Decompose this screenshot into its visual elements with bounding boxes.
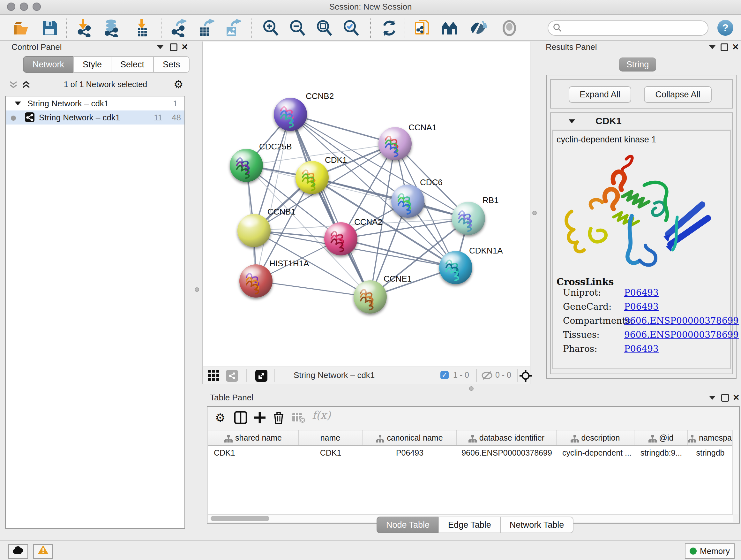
show-columns-icon[interactable]	[234, 411, 247, 424]
crosslink-link[interactable]: P06493	[624, 301, 659, 312]
column-header[interactable]: database identifier	[457, 430, 556, 445]
collapse-all-button[interactable]: Collapse All	[644, 86, 712, 103]
save-session-icon[interactable]	[41, 19, 59, 37]
network-graph[interactable]: CCNB2CCNA1CDC25BCDK1CDC6RB1CCNB1CCNA2CDK…	[203, 42, 531, 367]
export-network-icon[interactable]	[170, 19, 188, 37]
control-panel-tabs: Network Style Select Sets	[23, 56, 190, 71]
network-canvas[interactable]: CCNB2CCNA1CDC25BCDK1CDC6RB1CCNB1CCNA2CDK…	[202, 42, 530, 367]
column-header[interactable]: @id	[634, 430, 688, 445]
main-toolbar: ?	[0, 15, 741, 41]
crosslink-link[interactable]: P06493	[624, 344, 659, 354]
collapse-panel-icon[interactable]	[709, 396, 716, 400]
tab-network-table[interactable]: Network Table	[500, 516, 574, 533]
collapse-panel-icon[interactable]	[157, 45, 163, 49]
close-panel-icon[interactable]: ✕	[733, 394, 740, 401]
zoom-fit-icon[interactable]	[315, 19, 333, 37]
chevron-double-down-icon[interactable]	[9, 80, 18, 89]
help-icon[interactable]: ?	[718, 20, 733, 36]
import-network-file-icon[interactable]	[75, 19, 93, 37]
first-neighbors-icon[interactable]	[441, 19, 458, 37]
network-node-CCNB1[interactable]: CCNB1	[238, 207, 295, 247]
gear-icon[interactable]: ⚙	[174, 78, 183, 91]
import-network-database-icon[interactable]	[102, 19, 120, 37]
birds-eye-toggle-icon[interactable]	[520, 370, 532, 382]
apply-layout-icon[interactable]	[381, 19, 398, 37]
column-header[interactable]: canonical name	[362, 430, 457, 445]
section-expand-icon[interactable]	[569, 119, 575, 123]
cell-name: CDK1	[299, 446, 362, 460]
search-box[interactable]	[548, 20, 709, 36]
protein-section: CDK1 cyclin-dependent kinase 1	[550, 112, 733, 374]
tab-edge-table[interactable]: Edge Table	[439, 516, 501, 533]
network-view-mode-icon[interactable]	[226, 370, 238, 382]
float-panel-icon[interactable]	[721, 394, 729, 401]
horizontal-splitter-handle[interactable]	[469, 386, 474, 391]
table-panel: Table Panel ✕ ⚙ f(x) shared name name ca…	[207, 391, 741, 535]
graphics-details-icon[interactable]	[470, 19, 488, 37]
title-bar: Session: New Session	[0, 0, 741, 15]
float-panel-icon[interactable]	[170, 44, 178, 51]
vertical-splitter-handle[interactable]	[195, 287, 199, 292]
tab-select[interactable]: Select	[111, 56, 154, 73]
column-header[interactable]: namespace	[688, 430, 733, 445]
scrollbar-thumb[interactable]	[211, 516, 269, 521]
tab-network[interactable]: Network	[23, 56, 74, 73]
zoom-selected-icon[interactable]	[342, 19, 360, 37]
network-node-CDK1[interactable]: CDK1	[295, 155, 347, 194]
network-node-CDKN1A[interactable]: CDKN1A	[439, 246, 503, 284]
crosslink-link[interactable]: 9606.ENSP00000378699	[624, 315, 739, 326]
column-header[interactable]: description	[556, 430, 634, 445]
network-node-HIST1H1A[interactable]: HIST1H1A	[239, 259, 309, 298]
crosslink-link[interactable]: P06493	[624, 287, 659, 298]
export-image-icon[interactable]	[223, 19, 241, 37]
column-header[interactable]: name	[299, 430, 362, 445]
protein-section-header[interactable]: CDK1	[551, 113, 732, 130]
table-gear-icon[interactable]: ⚙	[215, 411, 225, 425]
protein-name: CDK1	[596, 116, 622, 126]
birds-eye-view-icon[interactable]	[500, 19, 518, 37]
network-node-CDC25B[interactable]: CDC25B	[230, 142, 292, 182]
node-label-CCNE1: CCNE1	[384, 274, 412, 284]
float-panel-icon[interactable]	[721, 44, 728, 51]
close-panel-icon[interactable]: ✕	[181, 44, 188, 51]
collapse-panel-icon[interactable]	[709, 45, 716, 49]
cloud-icon	[12, 546, 24, 555]
export-table-icon[interactable]	[197, 19, 214, 37]
network-node-CCNA1[interactable]: CCNA1	[379, 123, 436, 160]
detach-view-icon[interactable]	[255, 370, 267, 382]
crosslink-row: GeneCard: P06493	[556, 301, 614, 315]
search-input[interactable]	[565, 22, 704, 35]
network-row[interactable]: String Network – cdk1 11 48	[6, 111, 185, 125]
chevron-double-up-icon[interactable]	[22, 80, 30, 89]
network-collection-row[interactable]: String Network – cdk1 1	[6, 97, 185, 111]
close-panel-icon[interactable]: ✕	[732, 44, 739, 51]
vertical-splitter-handle[interactable]	[532, 211, 537, 215]
add-column-icon[interactable]	[253, 411, 266, 424]
selected-checkbox-icon[interactable]: ✓	[441, 371, 449, 379]
network-node-CCNB2[interactable]: CCNB2	[274, 91, 334, 131]
collection-expand-icon[interactable]	[15, 102, 21, 105]
zoom-in-icon[interactable]	[262, 19, 280, 37]
grid-view-icon[interactable]	[208, 370, 219, 381]
tab-style[interactable]: Style	[73, 56, 111, 73]
column-header[interactable]: shared name	[208, 430, 299, 445]
crosslink-row: Tissues: 9606.ENSP00000378699	[556, 329, 614, 344]
memory-button[interactable]: Memory	[685, 543, 735, 559]
warnings-button[interactable]	[33, 544, 53, 559]
tab-string[interactable]: String	[619, 57, 656, 71]
cloud-button[interactable]	[8, 544, 28, 559]
table-vertical-scrollbar[interactable]	[732, 430, 738, 514]
tab-sets[interactable]: Sets	[153, 56, 190, 73]
network-node-RB1[interactable]: RB1	[452, 195, 499, 235]
network-node-CDC6[interactable]: CDC6	[391, 178, 443, 218]
duplicate-network-icon[interactable]	[414, 19, 431, 37]
table-row[interactable]: CDK1 CDK1 P06493 9606.ENSP00000378699 cy…	[208, 446, 733, 460]
zoom-out-icon[interactable]	[288, 19, 307, 37]
open-session-icon[interactable]	[13, 19, 30, 37]
import-table-file-icon[interactable]	[133, 19, 151, 37]
tab-node-table[interactable]: Node Table	[377, 516, 439, 533]
crosslink-link[interactable]: 9606.ENSP00000378699	[624, 329, 739, 340]
delete-column-icon[interactable]	[273, 411, 285, 424]
toolbar-separator	[405, 18, 405, 38]
expand-all-button[interactable]: Expand All	[569, 86, 631, 103]
